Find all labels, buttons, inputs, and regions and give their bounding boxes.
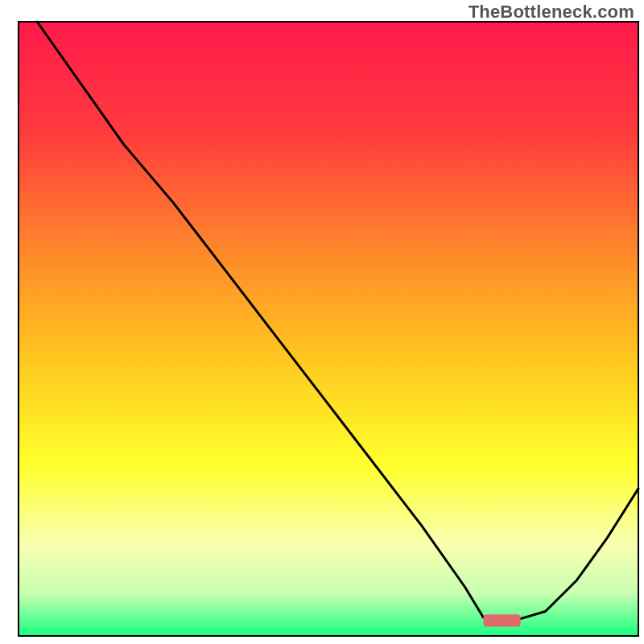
chart-container: { "watermark": "TheBottleneck.com", "cha…	[0, 0, 644, 644]
plot-area	[19, 22, 638, 636]
bottleneck-chart	[0, 0, 644, 644]
plot-background	[19, 22, 638, 636]
optimal-marker	[484, 614, 521, 626]
